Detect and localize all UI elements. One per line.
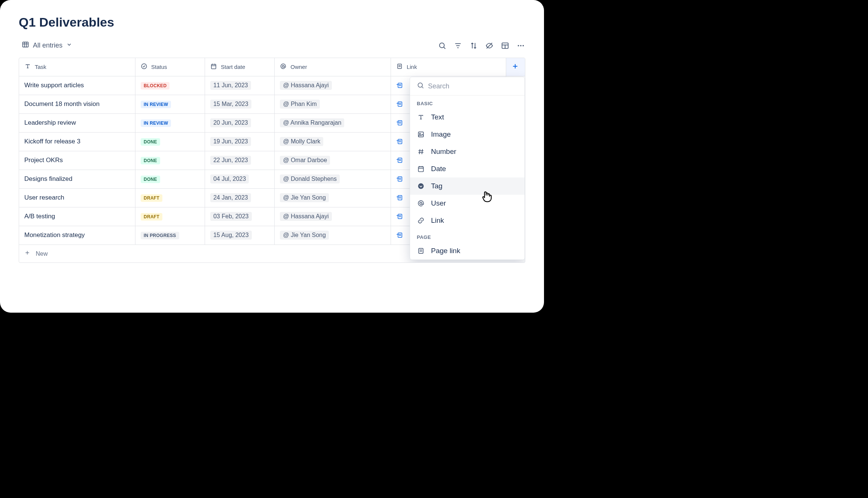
svg-point-56 bbox=[418, 83, 422, 87]
dropdown-item-number[interactable]: Number bbox=[410, 143, 525, 160]
cell-date[interactable]: 20 Jun, 2023 bbox=[205, 113, 275, 132]
dropdown-item-image[interactable]: Image bbox=[410, 126, 525, 143]
svg-rect-17 bbox=[211, 64, 216, 69]
column-header-date[interactable]: Start date bbox=[205, 58, 275, 76]
owner-mention: @ Jie Yan Song bbox=[280, 193, 328, 202]
cell-task[interactable]: Project OKRs bbox=[19, 151, 135, 170]
cell-status[interactable]: DONE bbox=[135, 151, 205, 170]
cell-status[interactable]: DRAFT bbox=[135, 188, 205, 207]
status-badge: DONE bbox=[141, 138, 160, 146]
cell-owner[interactable]: @ Omar Darboe bbox=[275, 151, 391, 170]
cell-task[interactable]: A/B testing bbox=[19, 207, 135, 226]
layout-icon[interactable] bbox=[501, 41, 510, 50]
page-icon bbox=[396, 138, 404, 145]
status-badge: IN REVIEW bbox=[141, 101, 171, 108]
page-icon bbox=[396, 63, 403, 71]
cell-status[interactable]: DONE bbox=[135, 132, 205, 151]
cell-owner[interactable]: @ Jie Yan Song bbox=[275, 226, 391, 245]
sort-icon[interactable] bbox=[469, 41, 478, 50]
cell-owner[interactable]: @ Annika Rangarajan bbox=[275, 113, 391, 132]
page-icon bbox=[396, 157, 404, 164]
dropdown-item-user[interactable]: User bbox=[410, 195, 525, 212]
owner-mention: @ Hassana Ajayi bbox=[280, 212, 331, 221]
dropdown-search-input[interactable] bbox=[428, 82, 518, 90]
cell-date[interactable]: 22 Jun, 2023 bbox=[205, 151, 275, 170]
owner-mention: @ Omar Darboe bbox=[280, 156, 330, 165]
number-icon bbox=[417, 148, 425, 156]
column-header-link[interactable]: Link bbox=[391, 58, 506, 76]
link-icon bbox=[417, 216, 425, 225]
status-badge: IN PROGRESS bbox=[141, 232, 179, 239]
cell-status[interactable]: IN PROGRESS bbox=[135, 226, 205, 245]
column-header-status[interactable]: Status bbox=[135, 58, 205, 76]
add-column-dropdown: BASIC Text Image Number Date Tag bbox=[410, 77, 525, 260]
cell-date[interactable]: 15 Aug, 2023 bbox=[205, 226, 275, 245]
status-badge: DRAFT bbox=[141, 194, 162, 202]
cell-status[interactable]: DRAFT bbox=[135, 207, 205, 226]
page-icon bbox=[396, 82, 404, 89]
dropdown-item-tag[interactable]: Tag bbox=[410, 177, 525, 195]
more-icon[interactable] bbox=[516, 41, 525, 50]
cell-status[interactable]: IN REVIEW bbox=[135, 95, 205, 113]
cell-status[interactable]: BLOCKED bbox=[135, 76, 205, 95]
column-header-task[interactable]: Task bbox=[19, 58, 135, 76]
cell-date[interactable]: 03 Feb, 2023 bbox=[205, 207, 275, 226]
search-icon bbox=[417, 82, 424, 91]
cell-date[interactable]: 11 Jun, 2023 bbox=[205, 76, 275, 95]
image-icon bbox=[417, 130, 425, 139]
cell-task[interactable]: Document 18 month vision bbox=[19, 95, 135, 113]
search-icon[interactable] bbox=[438, 41, 447, 50]
svg-point-69 bbox=[420, 202, 422, 204]
grid-icon bbox=[22, 41, 29, 50]
chevron-down-icon bbox=[66, 42, 72, 49]
cell-task[interactable]: Write support articles bbox=[19, 76, 135, 95]
at-icon bbox=[280, 63, 287, 71]
cell-date[interactable]: 19 Jun, 2023 bbox=[205, 132, 275, 151]
cell-owner[interactable]: @ Hassana Ajayi bbox=[275, 207, 391, 226]
page-icon bbox=[396, 100, 404, 108]
status-badge: DONE bbox=[141, 157, 160, 164]
dropdown-item-text[interactable]: Text bbox=[410, 109, 525, 126]
visibility-icon[interactable] bbox=[485, 41, 494, 50]
column-header-owner[interactable]: Owner bbox=[275, 58, 391, 76]
cell-date[interactable]: 15 Mar, 2023 bbox=[205, 95, 275, 113]
svg-point-68 bbox=[418, 183, 424, 189]
cell-task[interactable]: User research bbox=[19, 188, 135, 207]
status-badge: IN REVIEW bbox=[141, 119, 171, 127]
cell-task[interactable]: Designs finalized bbox=[19, 170, 135, 188]
dropdown-section-basic: BASIC bbox=[410, 95, 525, 109]
status-badge: DRAFT bbox=[141, 213, 162, 221]
date-chip: 11 Jun, 2023 bbox=[210, 81, 251, 90]
cell-owner[interactable]: @ Jie Yan Song bbox=[275, 188, 391, 207]
date-chip: 15 Mar, 2023 bbox=[210, 100, 251, 109]
dropdown-item-link[interactable]: Link bbox=[410, 212, 525, 229]
status-badge: DONE bbox=[141, 176, 160, 183]
cell-date[interactable]: 24 Jan, 2023 bbox=[205, 188, 275, 207]
cell-owner[interactable]: @ Phan Kim bbox=[275, 95, 391, 113]
date-chip: 15 Aug, 2023 bbox=[210, 231, 251, 240]
svg-line-60 bbox=[419, 149, 420, 154]
cell-owner[interactable]: @ Molly Clark bbox=[275, 132, 391, 151]
view-selector[interactable]: All entries bbox=[19, 39, 75, 52]
cell-date[interactable]: 04 Jul, 2023 bbox=[205, 170, 275, 188]
owner-mention: @ Donald Stephens bbox=[280, 174, 339, 183]
dropdown-item-pagelink[interactable]: Page link bbox=[410, 242, 525, 259]
cell-owner[interactable]: @ Hassana Ajayi bbox=[275, 76, 391, 95]
dropdown-item-date[interactable]: Date bbox=[410, 160, 525, 177]
cell-owner[interactable]: @ Donald Stephens bbox=[275, 170, 391, 188]
database-table: Task Status Start date bbox=[19, 58, 525, 263]
svg-point-16 bbox=[141, 64, 147, 69]
cell-task[interactable]: Leadership review bbox=[19, 113, 135, 132]
add-column-button[interactable] bbox=[506, 58, 525, 76]
filter-icon[interactable] bbox=[453, 41, 462, 50]
owner-mention: @ Annika Rangarajan bbox=[280, 118, 344, 127]
svg-point-21 bbox=[282, 66, 284, 67]
cell-task[interactable]: Monetization strategy bbox=[19, 226, 135, 245]
cell-status[interactable]: IN REVIEW bbox=[135, 113, 205, 132]
cell-status[interactable]: DONE bbox=[135, 170, 205, 188]
cell-task[interactable]: Kickoff for release 3 bbox=[19, 132, 135, 151]
text-icon bbox=[417, 113, 425, 121]
page-icon bbox=[396, 213, 404, 220]
page-title: Q1 Deliverables bbox=[19, 15, 525, 30]
date-chip: 03 Feb, 2023 bbox=[210, 212, 251, 221]
